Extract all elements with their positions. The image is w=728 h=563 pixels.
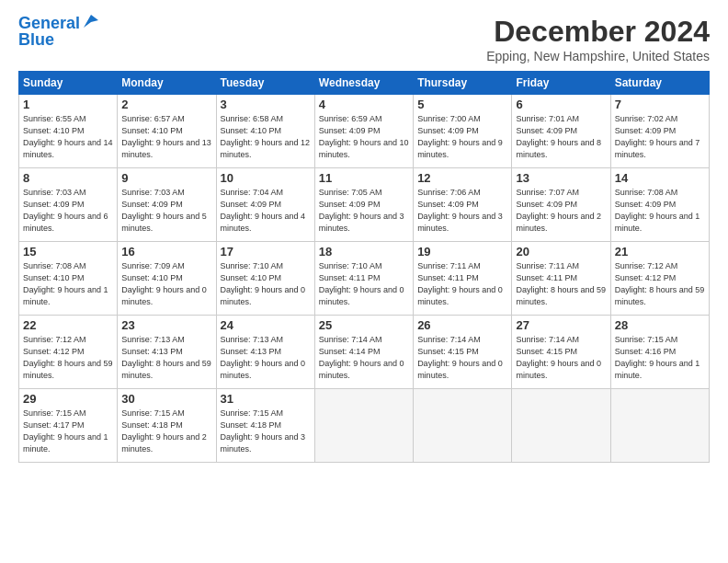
day-info: Sunrise: 7:15 AM Sunset: 4:16 PM Dayligh… bbox=[615, 334, 705, 382]
day-number: 9 bbox=[121, 171, 211, 185]
calendar-day-cell: 26 Sunrise: 7:14 AM Sunset: 4:15 PM Dayl… bbox=[414, 316, 512, 389]
calendar-day-cell: 11 Sunrise: 7:05 AM Sunset: 4:09 PM Dayl… bbox=[314, 168, 413, 242]
day-number: 17 bbox=[221, 245, 311, 259]
day-info: Sunrise: 7:14 AM Sunset: 4:15 PM Dayligh… bbox=[417, 334, 507, 382]
calendar-day-cell: 16 Sunrise: 7:09 AM Sunset: 4:10 PM Dayl… bbox=[118, 242, 216, 316]
calendar-day-cell: 13 Sunrise: 7:07 AM Sunset: 4:09 PM Dayl… bbox=[512, 168, 610, 242]
day-number: 5 bbox=[417, 98, 507, 111]
day-info: Sunrise: 7:15 AM Sunset: 4:17 PM Dayligh… bbox=[23, 408, 113, 455]
month-title: December 2024 bbox=[486, 15, 710, 49]
calendar-day-cell: 3 Sunrise: 6:58 AM Sunset: 4:10 PM Dayli… bbox=[216, 95, 314, 168]
day-info: Sunrise: 7:13 AM Sunset: 4:13 PM Dayligh… bbox=[221, 334, 311, 382]
day-info: Sunrise: 7:13 AM Sunset: 4:13 PM Dayligh… bbox=[121, 334, 211, 382]
calendar-day-cell: 7 Sunrise: 7:02 AM Sunset: 4:09 PM Dayli… bbox=[610, 95, 709, 168]
day-number: 27 bbox=[516, 318, 606, 332]
logo-blue: Blue bbox=[18, 31, 98, 50]
calendar-day-cell: 19 Sunrise: 7:11 AM Sunset: 4:11 PM Dayl… bbox=[414, 242, 512, 316]
day-info: Sunrise: 7:14 AM Sunset: 4:15 PM Dayligh… bbox=[516, 334, 606, 382]
day-number: 25 bbox=[319, 318, 409, 332]
calendar-day-cell: 27 Sunrise: 7:14 AM Sunset: 4:15 PM Dayl… bbox=[512, 316, 610, 389]
header: General Blue December 2024 Epping, New H… bbox=[18, 15, 710, 63]
calendar-day-cell: 20 Sunrise: 7:11 AM Sunset: 4:11 PM Dayl… bbox=[512, 242, 610, 316]
day-info: Sunrise: 7:02 AM Sunset: 4:09 PM Dayligh… bbox=[615, 113, 705, 161]
day-info: Sunrise: 7:08 AM Sunset: 4:10 PM Dayligh… bbox=[23, 260, 113, 308]
day-number: 26 bbox=[417, 318, 507, 332]
day-info: Sunrise: 7:12 AM Sunset: 4:12 PM Dayligh… bbox=[615, 260, 705, 308]
day-info: Sunrise: 7:07 AM Sunset: 4:09 PM Dayligh… bbox=[516, 187, 606, 235]
day-info: Sunrise: 7:05 AM Sunset: 4:09 PM Dayligh… bbox=[319, 187, 409, 235]
calendar-day-cell: 29 Sunrise: 7:15 AM Sunset: 4:17 PM Dayl… bbox=[19, 389, 118, 463]
calendar-week-row: 29 Sunrise: 7:15 AM Sunset: 4:17 PM Dayl… bbox=[19, 389, 710, 463]
title-section: December 2024 Epping, New Hampshire, Uni… bbox=[486, 15, 710, 63]
calendar-day-cell: 17 Sunrise: 7:10 AM Sunset: 4:10 PM Dayl… bbox=[216, 242, 314, 316]
day-info: Sunrise: 7:15 AM Sunset: 4:18 PM Dayligh… bbox=[221, 408, 311, 455]
calendar-day-cell: 22 Sunrise: 7:12 AM Sunset: 4:12 PM Dayl… bbox=[19, 316, 118, 389]
calendar-day-cell bbox=[512, 389, 610, 463]
day-number: 4 bbox=[319, 98, 409, 111]
day-number: 15 bbox=[23, 245, 113, 259]
calendar-day-cell bbox=[414, 389, 512, 463]
day-number: 22 bbox=[23, 318, 113, 332]
calendar-day-cell: 12 Sunrise: 7:06 AM Sunset: 4:09 PM Dayl… bbox=[414, 168, 512, 242]
day-number: 21 bbox=[615, 245, 705, 259]
calendar-week-row: 1 Sunrise: 6:55 AM Sunset: 4:10 PM Dayli… bbox=[19, 95, 710, 168]
calendar-day-cell: 8 Sunrise: 7:03 AM Sunset: 4:09 PM Dayli… bbox=[19, 168, 118, 242]
day-number: 1 bbox=[23, 98, 113, 111]
col-thursday: Thursday bbox=[414, 72, 512, 95]
day-info: Sunrise: 7:09 AM Sunset: 4:10 PM Dayligh… bbox=[121, 260, 211, 308]
day-info: Sunrise: 7:11 AM Sunset: 4:11 PM Dayligh… bbox=[516, 260, 606, 308]
day-info: Sunrise: 6:59 AM Sunset: 4:09 PM Dayligh… bbox=[319, 113, 409, 161]
day-number: 19 bbox=[417, 245, 507, 259]
day-info: Sunrise: 7:10 AM Sunset: 4:11 PM Dayligh… bbox=[319, 260, 409, 308]
day-number: 29 bbox=[23, 392, 113, 406]
calendar-week-row: 15 Sunrise: 7:08 AM Sunset: 4:10 PM Dayl… bbox=[19, 242, 710, 316]
calendar-day-cell: 25 Sunrise: 7:14 AM Sunset: 4:14 PM Dayl… bbox=[314, 316, 413, 389]
day-number: 2 bbox=[121, 98, 211, 111]
calendar-day-cell: 4 Sunrise: 6:59 AM Sunset: 4:09 PM Dayli… bbox=[314, 95, 413, 168]
calendar-table: Sunday Monday Tuesday Wednesday Thursday… bbox=[18, 71, 710, 463]
calendar-day-cell: 18 Sunrise: 7:10 AM Sunset: 4:11 PM Dayl… bbox=[314, 242, 413, 316]
day-info: Sunrise: 7:00 AM Sunset: 4:09 PM Dayligh… bbox=[417, 113, 507, 161]
day-number: 28 bbox=[615, 318, 705, 332]
day-number: 13 bbox=[516, 171, 606, 185]
day-info: Sunrise: 7:12 AM Sunset: 4:12 PM Dayligh… bbox=[23, 334, 113, 382]
day-number: 20 bbox=[516, 245, 606, 259]
calendar-day-cell: 14 Sunrise: 7:08 AM Sunset: 4:09 PM Dayl… bbox=[610, 168, 709, 242]
calendar-week-row: 8 Sunrise: 7:03 AM Sunset: 4:09 PM Dayli… bbox=[19, 168, 710, 242]
logo: General Blue bbox=[18, 15, 98, 50]
day-number: 10 bbox=[221, 171, 311, 185]
day-number: 31 bbox=[221, 392, 311, 406]
day-number: 14 bbox=[615, 171, 705, 185]
logo-bird-icon bbox=[82, 13, 98, 29]
col-friday: Friday bbox=[512, 72, 610, 95]
calendar-day-cell: 24 Sunrise: 7:13 AM Sunset: 4:13 PM Dayl… bbox=[216, 316, 314, 389]
day-number: 23 bbox=[121, 318, 211, 332]
col-monday: Monday bbox=[118, 72, 216, 95]
day-number: 30 bbox=[121, 392, 211, 406]
day-info: Sunrise: 7:03 AM Sunset: 4:09 PM Dayligh… bbox=[23, 187, 113, 235]
header-row: Sunday Monday Tuesday Wednesday Thursday… bbox=[19, 72, 710, 95]
day-info: Sunrise: 6:58 AM Sunset: 4:10 PM Dayligh… bbox=[221, 113, 311, 161]
day-number: 24 bbox=[221, 318, 311, 332]
day-number: 7 bbox=[615, 98, 705, 111]
calendar-day-cell: 2 Sunrise: 6:57 AM Sunset: 4:10 PM Dayli… bbox=[118, 95, 216, 168]
calendar-day-cell: 5 Sunrise: 7:00 AM Sunset: 4:09 PM Dayli… bbox=[414, 95, 512, 168]
calendar-day-cell: 9 Sunrise: 7:03 AM Sunset: 4:09 PM Dayli… bbox=[118, 168, 216, 242]
day-info: Sunrise: 7:03 AM Sunset: 4:09 PM Dayligh… bbox=[121, 187, 211, 235]
calendar-day-cell: 6 Sunrise: 7:01 AM Sunset: 4:09 PM Dayli… bbox=[512, 95, 610, 168]
day-info: Sunrise: 7:11 AM Sunset: 4:11 PM Dayligh… bbox=[417, 260, 507, 308]
day-info: Sunrise: 7:06 AM Sunset: 4:09 PM Dayligh… bbox=[417, 187, 507, 235]
calendar-week-row: 22 Sunrise: 7:12 AM Sunset: 4:12 PM Dayl… bbox=[19, 316, 710, 389]
calendar-day-cell: 31 Sunrise: 7:15 AM Sunset: 4:18 PM Dayl… bbox=[216, 389, 314, 463]
calendar-day-cell: 21 Sunrise: 7:12 AM Sunset: 4:12 PM Dayl… bbox=[610, 242, 709, 316]
svg-marker-0 bbox=[84, 15, 98, 28]
day-number: 16 bbox=[121, 245, 211, 259]
day-info: Sunrise: 6:55 AM Sunset: 4:10 PM Dayligh… bbox=[23, 113, 113, 161]
day-info: Sunrise: 7:14 AM Sunset: 4:14 PM Dayligh… bbox=[319, 334, 409, 382]
calendar-day-cell: 10 Sunrise: 7:04 AM Sunset: 4:09 PM Dayl… bbox=[216, 168, 314, 242]
calendar-day-cell: 1 Sunrise: 6:55 AM Sunset: 4:10 PM Dayli… bbox=[19, 95, 118, 168]
location: Epping, New Hampshire, United States bbox=[486, 49, 710, 63]
calendar-day-cell: 15 Sunrise: 7:08 AM Sunset: 4:10 PM Dayl… bbox=[19, 242, 118, 316]
day-number: 6 bbox=[516, 98, 606, 111]
day-info: Sunrise: 6:57 AM Sunset: 4:10 PM Dayligh… bbox=[121, 113, 211, 161]
